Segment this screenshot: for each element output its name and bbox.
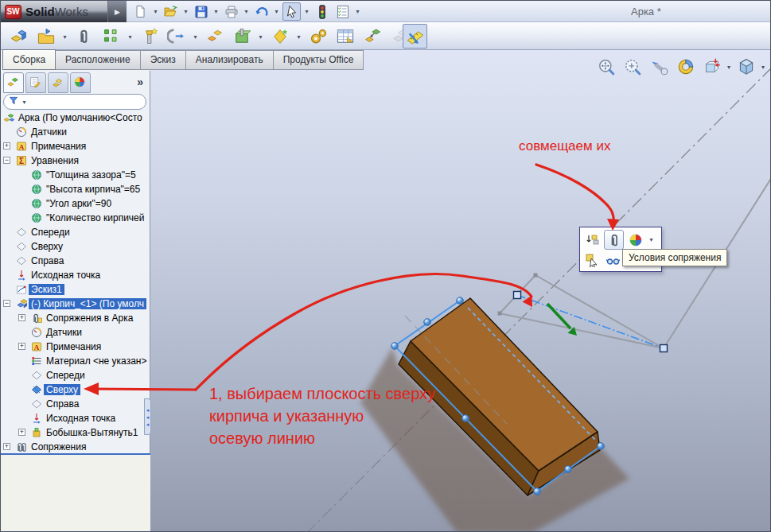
zoom-to-area-button[interactable] bbox=[622, 56, 644, 78]
bill-of-materials-button[interactable] bbox=[333, 25, 356, 49]
measure-tool-button[interactable] bbox=[403, 24, 427, 49]
graphics-viewport[interactable]: ▾▾ ▾ Условия сопряжения bbox=[150, 50, 771, 532]
insert-component-button[interactable] bbox=[7, 25, 30, 49]
reference-geometry-button[interactable] bbox=[268, 25, 291, 49]
tree-item-front-plane-2[interactable]: Спереди bbox=[1, 368, 150, 382]
new-document-button[interactable] bbox=[131, 2, 150, 21]
tree-item-annotations-2[interactable]: +AПримечания bbox=[1, 340, 150, 354]
dropdown-caret-icon[interactable]: ▾ bbox=[295, 33, 302, 41]
dropdown-caret-icon[interactable]: ▾ bbox=[192, 33, 199, 41]
ctx-move-component-button[interactable] bbox=[583, 231, 601, 249]
move-component-button[interactable] bbox=[165, 25, 188, 49]
previous-view-button[interactable] bbox=[648, 56, 670, 78]
tree-item-mategroup[interactable]: +Сопряжения bbox=[1, 440, 150, 454]
dropdown-caret-icon[interactable]: ▾ bbox=[727, 64, 730, 71]
expand-toggle[interactable]: + bbox=[18, 429, 25, 436]
expand-toggle[interactable]: + bbox=[18, 343, 25, 350]
tab-evaluate[interactable]: Анализировать bbox=[186, 50, 274, 70]
expand-toggle[interactable]: + bbox=[3, 443, 10, 450]
dropdown-caret-icon[interactable]: ▾ bbox=[761, 64, 765, 71]
expand-toggle[interactable]: − bbox=[3, 157, 10, 164]
tree-item-annotations[interactable]: +AПримечания bbox=[1, 139, 150, 153]
dropdown-caret-icon[interactable]: ▾ bbox=[354, 8, 361, 15]
zoom-to-fit-button[interactable] bbox=[596, 56, 617, 78]
tree-item-arka-root[interactable]: Арка (По умолчанию<Состо bbox=[1, 111, 150, 125]
tree-item-front-plane[interactable]: Спереди bbox=[1, 225, 150, 239]
tree-item-eq-4[interactable]: "Количество кирпичей bbox=[1, 211, 150, 225]
panel-tab-configuration-manager[interactable] bbox=[48, 72, 68, 93]
tree-item-sensors[interactable]: Датчики bbox=[1, 125, 150, 139]
mate-button[interactable] bbox=[72, 25, 95, 49]
expand-toggle[interactable]: − bbox=[3, 300, 10, 307]
centerline-endpoint[interactable] bbox=[514, 292, 521, 299]
dropdown-caret-icon[interactable]: ▾ bbox=[212, 8, 220, 15]
tree-item-mates-in-arka[interactable]: +Сопряжения в Арка bbox=[1, 311, 150, 325]
panel-tab-display-manager[interactable] bbox=[70, 72, 91, 93]
tree-item-eq-1[interactable]: "Толщина зазора"=5 bbox=[1, 168, 150, 182]
tree-item-origin[interactable]: Исходная точка bbox=[1, 268, 150, 282]
show-components-button[interactable] bbox=[203, 25, 226, 49]
sketch-vertex[interactable] bbox=[534, 274, 538, 278]
dropdown-caret-icon[interactable]: ▾ bbox=[273, 8, 280, 15]
tree-item-kirpich[interactable]: −(-) Кирпич_<1> (По умолч bbox=[1, 297, 150, 311]
dropdown-caret-icon[interactable]: ▾ bbox=[648, 236, 655, 243]
tree-item-equations[interactable]: −ΣУравнения bbox=[1, 153, 150, 168]
panel-expand-chevron[interactable]: » bbox=[137, 76, 143, 88]
exploded-view-button[interactable] bbox=[360, 25, 384, 49]
dropdown-caret-icon[interactable]: ▾ bbox=[127, 33, 134, 41]
menu-expand-button[interactable]: ▶ bbox=[107, 1, 127, 22]
view-orientation-button[interactable] bbox=[701, 56, 722, 78]
undo-button[interactable] bbox=[252, 2, 271, 21]
tab-assembly[interactable]: Сборка bbox=[2, 49, 56, 70]
print-button[interactable] bbox=[222, 2, 240, 21]
task-list-button[interactable] bbox=[333, 2, 352, 21]
dropdown-caret-icon[interactable]: ▾ bbox=[257, 33, 264, 41]
dropdown-caret-icon[interactable]: ▾ bbox=[303, 8, 310, 15]
centerline-endpoint[interactable] bbox=[660, 345, 668, 352]
tree-item-eq-3[interactable]: "Угол арки"=90 bbox=[1, 196, 150, 211]
tree-filter[interactable]: ▾ bbox=[3, 94, 146, 110]
ctx-appearance-button[interactable] bbox=[627, 231, 644, 249]
tree-item-sketch1[interactable]: Эскиз1 bbox=[1, 282, 150, 297]
dropdown-caret-icon[interactable]: ▾ bbox=[182, 8, 189, 15]
tree-item-right-plane[interactable]: Справа bbox=[1, 254, 150, 268]
document-title: Арка * bbox=[631, 6, 661, 17]
panel-tab-feature-manager[interactable] bbox=[3, 72, 24, 93]
smart-fasteners-button[interactable] bbox=[138, 25, 161, 49]
tree-item-top-plane[interactable]: Сверху bbox=[1, 239, 150, 254]
traffic-light-button[interactable] bbox=[313, 2, 331, 21]
ctx-mate-button[interactable] bbox=[604, 230, 624, 250]
tree-item-right-plane-2[interactable]: Справа bbox=[1, 397, 150, 411]
ctx-select-other-button[interactable] bbox=[583, 251, 601, 269]
tab-layout[interactable]: Расположение bbox=[56, 50, 141, 70]
save-button[interactable] bbox=[192, 2, 210, 21]
component-pattern-button[interactable] bbox=[99, 25, 123, 49]
tree-item-eq-2[interactable]: "Высота кирпича"=65 bbox=[1, 182, 150, 196]
dropdown-caret-icon[interactable]: ▾ bbox=[243, 8, 250, 15]
expand-toggle[interactable]: + bbox=[3, 142, 10, 150]
assembly-features-button[interactable] bbox=[230, 25, 253, 49]
display-style-button[interactable] bbox=[735, 56, 757, 78]
expand-toggle[interactable]: + bbox=[18, 314, 25, 321]
tab-sketch[interactable]: Эскиз bbox=[141, 50, 186, 70]
tab-office-products[interactable]: Продукты Office bbox=[274, 50, 364, 70]
tree-item-top-plane-2[interactable]: Сверху bbox=[1, 382, 150, 397]
select-tool-button[interactable] bbox=[282, 2, 301, 21]
section-view-button[interactable] bbox=[675, 56, 696, 78]
tree-item-label: Бобышка-Вытянуть1 bbox=[44, 427, 141, 438]
tree-item-sensors-2[interactable]: Датчики bbox=[1, 325, 150, 340]
tree-item-boss-extrude1[interactable]: +Бобышка-Вытянуть1 bbox=[1, 425, 150, 440]
direction-arrow[interactable] bbox=[547, 304, 577, 336]
motion-study-button[interactable] bbox=[306, 25, 329, 49]
dropdown-caret-icon[interactable]: ▾ bbox=[152, 8, 159, 15]
tree-item-material[interactable]: Материал <не указан> bbox=[1, 354, 150, 368]
tree-item-origin-2[interactable]: Исходная точка bbox=[1, 411, 150, 425]
open-document-button[interactable] bbox=[162, 2, 180, 21]
ctx-hide-show-button[interactable] bbox=[604, 251, 621, 269]
panel-splitter-handle[interactable]: ◂◂◂ bbox=[144, 398, 151, 435]
component-from-file-button[interactable] bbox=[34, 25, 57, 49]
sketch-vertex[interactable] bbox=[498, 312, 502, 316]
panel-tab-property-manager[interactable] bbox=[25, 72, 46, 93]
origin-icon bbox=[31, 413, 42, 426]
dropdown-caret-icon[interactable]: ▾ bbox=[61, 33, 68, 41]
